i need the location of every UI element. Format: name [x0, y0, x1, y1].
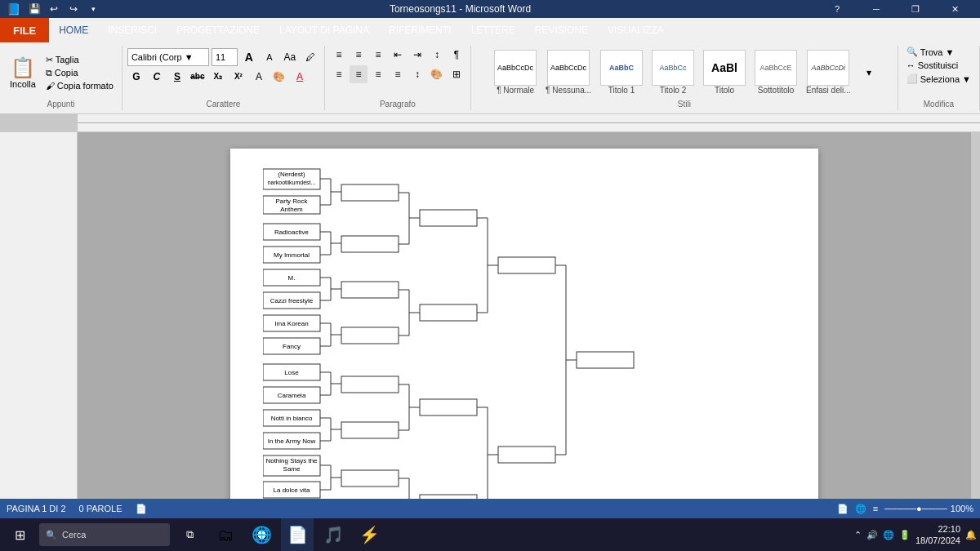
paragraph-group: ≡ ≡ ≡ ⇤ ⇥ ↕ ¶ ≡ ≡ ≡ ≡ ↕ 🎨 ⊞ Paragrafo — [325, 46, 471, 110]
ruler-svg — [0, 114, 980, 131]
r2-entry-6 — [341, 422, 399, 438]
file-tab[interactable]: FILE — [0, 18, 49, 42]
align-left-btn[interactable]: ≡ — [330, 65, 348, 83]
word-icon: 📄 — [287, 525, 308, 544]
document-scroll[interactable]: (Nerdest) narkootiikumdest... Party Rock… — [78, 132, 970, 499]
search-bar[interactable]: 🔍 Cerca — [39, 523, 170, 546]
select-button[interactable]: ⬜ Seleziona ▼ — [903, 73, 974, 85]
minimize-btn[interactable]: ─ — [858, 0, 895, 18]
svg-text:Notti in bianco: Notti in bianco — [270, 415, 312, 422]
speaker-icon[interactable]: 🔊 — [866, 530, 878, 540]
text-highlight-btn[interactable]: 🖊 — [301, 48, 319, 66]
shading-color-btn[interactable]: 🎨 — [270, 68, 288, 86]
indent-decrease-btn[interactable]: ⇤ — [389, 46, 407, 64]
visualizza-tab[interactable]: VISUALIZZA — [598, 18, 674, 42]
extra-app-btn[interactable]: ⚡ — [353, 518, 385, 551]
shading-btn[interactable]: 🎨 — [428, 65, 446, 83]
numbered-list-btn[interactable]: ≡ — [350, 46, 368, 64]
bold-btn[interactable]: G — [127, 68, 145, 86]
taskbar: ⊞ 🔍 Cerca ⧉ 🗂 🌐 📄 🎵 ⚡ ⌃ 🔊 🌐 🔋 22:10 18/0… — [0, 518, 980, 551]
paste-button[interactable]: 📋 Incolla — [5, 53, 41, 92]
language-icon[interactable]: 📄 — [136, 504, 147, 514]
multilevel-list-btn[interactable]: ≡ — [369, 46, 387, 64]
italic-btn[interactable]: C — [148, 68, 166, 86]
replace-button[interactable]: ↔ Sostituisci — [903, 60, 962, 71]
clock-display[interactable]: 22:10 18/07/2024 — [915, 523, 960, 547]
progettazione-tab[interactable]: PROGETTAZIONE — [167, 18, 270, 42]
scrollbar-vertical[interactable] — [970, 132, 980, 499]
restore-btn[interactable]: ❐ — [897, 0, 934, 18]
font-grow-btn[interactable]: A — [240, 48, 258, 66]
show-hide-btn[interactable]: ¶ — [448, 46, 466, 64]
file-explorer-btn[interactable]: 🗂 — [209, 518, 242, 551]
taskbar-left: ⊞ 🔍 Cerca ⧉ 🗂 🌐 📄 🎵 ⚡ — [3, 518, 385, 551]
font-color-highlight-btn[interactable]: A — [250, 68, 268, 86]
justify-btn[interactable]: ≡ — [389, 65, 407, 83]
subscript-btn[interactable]: X₂ — [209, 68, 227, 86]
style-title-preview: AaBl — [703, 50, 746, 86]
align-center-btn[interactable]: ≡ — [350, 65, 368, 83]
view-normal-btn[interactable]: 📄 — [837, 504, 849, 514]
zoom-slider[interactable]: ─────●──── 100% — [884, 504, 973, 513]
r5-entry-final — [577, 352, 634, 368]
underline-btn[interactable]: S — [168, 68, 186, 86]
redo-quick-btn[interactable]: ↪ — [65, 0, 82, 18]
style-heading2[interactable]: AaBbCc Titolo 2 — [648, 48, 697, 96]
svg-text:Fancy: Fancy — [283, 343, 301, 350]
clipboard-small-buttons: ✂ Taglia ⧉ Copia 🖌 Copia formato — [42, 54, 117, 91]
style-normal[interactable]: AaBbCcDc ¶ Normale — [491, 48, 540, 96]
align-right-btn[interactable]: ≡ — [369, 65, 387, 83]
close-btn[interactable]: ✕ — [936, 0, 973, 18]
sort-btn[interactable]: ↕ — [428, 46, 446, 64]
dropdown-quick-btn[interactable]: ▾ — [84, 0, 102, 18]
strikethrough-btn[interactable]: abc — [189, 68, 207, 86]
font-color-btn[interactable]: A — [291, 68, 309, 86]
style-no-spacing[interactable]: AaBbCcDc ¶ Nessuna... — [542, 48, 595, 96]
clipboard-label: Appunti — [47, 100, 74, 109]
battery-icon[interactable]: 🔋 — [899, 530, 911, 540]
view-web-btn[interactable]: 🌐 — [855, 504, 866, 514]
date-display: 18/07/2024 — [915, 535, 960, 546]
font-name-input[interactable] — [127, 48, 209, 66]
help-btn[interactable]: ? — [818, 0, 856, 18]
change-case-btn[interactable]: Aa — [281, 48, 299, 66]
spotify-btn[interactable]: 🎵 — [317, 518, 350, 551]
bullets-btn[interactable]: ≡ — [330, 46, 348, 64]
r2-entry-2 — [341, 236, 399, 252]
font-size-input[interactable] — [212, 48, 238, 66]
format-painter-button[interactable]: 🖌 Copia formato — [42, 80, 117, 91]
styles-more-btn[interactable]: ▾ — [860, 64, 878, 82]
cut-button[interactable]: ✂ Taglia — [42, 54, 117, 66]
style-subtitle[interactable]: AaBbCcE Sottotitolo — [751, 48, 800, 96]
network-icon[interactable]: 🌐 — [883, 530, 894, 540]
word-taskbar-btn[interactable]: 📄 — [281, 518, 314, 551]
font-shrink-btn[interactable]: A — [261, 48, 278, 66]
notification-btn[interactable]: 🔔 — [965, 530, 977, 540]
save-quick-btn[interactable]: 💾 — [25, 0, 43, 18]
document-page: (Nerdest) narkootiikumdest... Party Rock… — [230, 149, 818, 499]
inserisci-tab[interactable]: INSERISCI — [98, 18, 167, 42]
superscript-btn[interactable]: X² — [229, 68, 247, 86]
copy-button[interactable]: ⧉ Copia — [42, 67, 117, 79]
indent-increase-btn[interactable]: ⇥ — [408, 46, 426, 64]
find-button[interactable]: 🔍 Trova ▼ — [903, 46, 958, 58]
riferimenti-tab[interactable]: RIFERIMENTI — [379, 18, 461, 42]
home-tab[interactable]: HOME — [49, 18, 98, 42]
revisione-tab[interactable]: REVISIONE — [525, 18, 598, 42]
style-normal-preview: AaBbCcDc — [494, 50, 537, 86]
chrome-btn[interactable]: 🌐 — [245, 518, 278, 551]
styles-label: Stili — [678, 100, 691, 109]
start-button[interactable]: ⊞ — [3, 518, 36, 551]
line-spacing-btn[interactable]: ↕ — [408, 65, 426, 83]
style-title[interactable]: AaBl Titolo — [700, 48, 749, 96]
search-placeholder: Cerca — [62, 530, 86, 540]
taskview-btn[interactable]: ⧉ — [173, 518, 206, 551]
lettere-tab[interactable]: LETTERE — [461, 18, 525, 42]
borders-btn[interactable]: ⊞ — [448, 65, 466, 83]
undo-quick-btn[interactable]: ↩ — [45, 0, 63, 18]
style-emphasis[interactable]: AaBbCcDi Enfasi deli... — [803, 48, 853, 96]
view-outline-btn[interactable]: ≡ — [873, 504, 878, 513]
layout-tab[interactable]: LAYOUT DI PAGINA — [270, 18, 379, 42]
style-heading1[interactable]: AaBbC Titolo 1 — [597, 48, 646, 96]
chevron-up-icon[interactable]: ⌃ — [854, 530, 862, 540]
